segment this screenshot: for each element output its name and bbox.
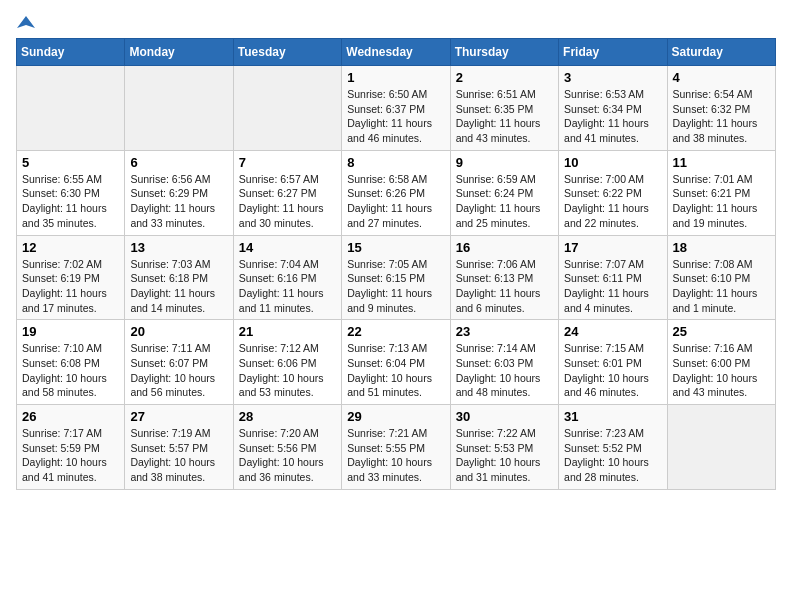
day-number: 20: [130, 324, 227, 339]
calendar-cell: 24Sunrise: 7:15 AM Sunset: 6:01 PM Dayli…: [559, 320, 667, 405]
day-info: Sunrise: 7:02 AM Sunset: 6:19 PM Dayligh…: [22, 257, 119, 316]
calendar-cell: 18Sunrise: 7:08 AM Sunset: 6:10 PM Dayli…: [667, 235, 775, 320]
day-info: Sunrise: 7:03 AM Sunset: 6:18 PM Dayligh…: [130, 257, 227, 316]
calendar-week-row: 1Sunrise: 6:50 AM Sunset: 6:37 PM Daylig…: [17, 66, 776, 151]
day-header-friday: Friday: [559, 39, 667, 66]
svg-marker-0: [17, 16, 35, 28]
day-info: Sunrise: 7:12 AM Sunset: 6:06 PM Dayligh…: [239, 341, 336, 400]
calendar-cell: [17, 66, 125, 151]
calendar-cell: 26Sunrise: 7:17 AM Sunset: 5:59 PM Dayli…: [17, 405, 125, 490]
day-info: Sunrise: 7:07 AM Sunset: 6:11 PM Dayligh…: [564, 257, 661, 316]
day-number: 26: [22, 409, 119, 424]
calendar-cell: 9Sunrise: 6:59 AM Sunset: 6:24 PM Daylig…: [450, 150, 558, 235]
day-header-wednesday: Wednesday: [342, 39, 450, 66]
calendar-week-row: 26Sunrise: 7:17 AM Sunset: 5:59 PM Dayli…: [17, 405, 776, 490]
day-number: 5: [22, 155, 119, 170]
day-number: 8: [347, 155, 444, 170]
calendar-cell: 30Sunrise: 7:22 AM Sunset: 5:53 PM Dayli…: [450, 405, 558, 490]
day-number: 25: [673, 324, 770, 339]
calendar-cell: 20Sunrise: 7:11 AM Sunset: 6:07 PM Dayli…: [125, 320, 233, 405]
day-info: Sunrise: 7:20 AM Sunset: 5:56 PM Dayligh…: [239, 426, 336, 485]
day-number: 2: [456, 70, 553, 85]
calendar-cell: 2Sunrise: 6:51 AM Sunset: 6:35 PM Daylig…: [450, 66, 558, 151]
day-info: Sunrise: 7:11 AM Sunset: 6:07 PM Dayligh…: [130, 341, 227, 400]
calendar-header-row: SundayMondayTuesdayWednesdayThursdayFrid…: [17, 39, 776, 66]
calendar-cell: [125, 66, 233, 151]
day-header-monday: Monday: [125, 39, 233, 66]
calendar-cell: [667, 405, 775, 490]
calendar-cell: 12Sunrise: 7:02 AM Sunset: 6:19 PM Dayli…: [17, 235, 125, 320]
calendar-cell: 21Sunrise: 7:12 AM Sunset: 6:06 PM Dayli…: [233, 320, 341, 405]
day-number: 24: [564, 324, 661, 339]
calendar-cell: 15Sunrise: 7:05 AM Sunset: 6:15 PM Dayli…: [342, 235, 450, 320]
day-number: 30: [456, 409, 553, 424]
day-info: Sunrise: 6:54 AM Sunset: 6:32 PM Dayligh…: [673, 87, 770, 146]
calendar-cell: 6Sunrise: 6:56 AM Sunset: 6:29 PM Daylig…: [125, 150, 233, 235]
day-number: 4: [673, 70, 770, 85]
day-header-saturday: Saturday: [667, 39, 775, 66]
header: [16, 16, 776, 28]
day-info: Sunrise: 7:01 AM Sunset: 6:21 PM Dayligh…: [673, 172, 770, 231]
calendar-cell: 10Sunrise: 7:00 AM Sunset: 6:22 PM Dayli…: [559, 150, 667, 235]
calendar-cell: 16Sunrise: 7:06 AM Sunset: 6:13 PM Dayli…: [450, 235, 558, 320]
calendar-body: 1Sunrise: 6:50 AM Sunset: 6:37 PM Daylig…: [17, 66, 776, 490]
day-info: Sunrise: 6:50 AM Sunset: 6:37 PM Dayligh…: [347, 87, 444, 146]
day-info: Sunrise: 7:19 AM Sunset: 5:57 PM Dayligh…: [130, 426, 227, 485]
day-info: Sunrise: 6:51 AM Sunset: 6:35 PM Dayligh…: [456, 87, 553, 146]
calendar-cell: 11Sunrise: 7:01 AM Sunset: 6:21 PM Dayli…: [667, 150, 775, 235]
day-number: 31: [564, 409, 661, 424]
day-info: Sunrise: 7:00 AM Sunset: 6:22 PM Dayligh…: [564, 172, 661, 231]
calendar-cell: 28Sunrise: 7:20 AM Sunset: 5:56 PM Dayli…: [233, 405, 341, 490]
day-info: Sunrise: 6:57 AM Sunset: 6:27 PM Dayligh…: [239, 172, 336, 231]
calendar-cell: 27Sunrise: 7:19 AM Sunset: 5:57 PM Dayli…: [125, 405, 233, 490]
day-number: 23: [456, 324, 553, 339]
day-info: Sunrise: 7:15 AM Sunset: 6:01 PM Dayligh…: [564, 341, 661, 400]
day-number: 16: [456, 240, 553, 255]
calendar-cell: 25Sunrise: 7:16 AM Sunset: 6:00 PM Dayli…: [667, 320, 775, 405]
calendar-cell: 1Sunrise: 6:50 AM Sunset: 6:37 PM Daylig…: [342, 66, 450, 151]
day-info: Sunrise: 7:14 AM Sunset: 6:03 PM Dayligh…: [456, 341, 553, 400]
day-number: 21: [239, 324, 336, 339]
day-number: 19: [22, 324, 119, 339]
day-header-thursday: Thursday: [450, 39, 558, 66]
day-info: Sunrise: 6:53 AM Sunset: 6:34 PM Dayligh…: [564, 87, 661, 146]
day-info: Sunrise: 7:06 AM Sunset: 6:13 PM Dayligh…: [456, 257, 553, 316]
calendar-cell: 8Sunrise: 6:58 AM Sunset: 6:26 PM Daylig…: [342, 150, 450, 235]
calendar-cell: 31Sunrise: 7:23 AM Sunset: 5:52 PM Dayli…: [559, 405, 667, 490]
calendar-cell: 29Sunrise: 7:21 AM Sunset: 5:55 PM Dayli…: [342, 405, 450, 490]
day-number: 9: [456, 155, 553, 170]
day-number: 13: [130, 240, 227, 255]
day-number: 3: [564, 70, 661, 85]
calendar-cell: 13Sunrise: 7:03 AM Sunset: 6:18 PM Dayli…: [125, 235, 233, 320]
calendar-week-row: 19Sunrise: 7:10 AM Sunset: 6:08 PM Dayli…: [17, 320, 776, 405]
day-info: Sunrise: 6:59 AM Sunset: 6:24 PM Dayligh…: [456, 172, 553, 231]
calendar-cell: 22Sunrise: 7:13 AM Sunset: 6:04 PM Dayli…: [342, 320, 450, 405]
day-info: Sunrise: 7:04 AM Sunset: 6:16 PM Dayligh…: [239, 257, 336, 316]
day-info: Sunrise: 6:58 AM Sunset: 6:26 PM Dayligh…: [347, 172, 444, 231]
day-number: 15: [347, 240, 444, 255]
calendar-week-row: 12Sunrise: 7:02 AM Sunset: 6:19 PM Dayli…: [17, 235, 776, 320]
logo: [16, 16, 35, 28]
day-number: 14: [239, 240, 336, 255]
calendar-cell: [233, 66, 341, 151]
calendar-cell: 7Sunrise: 6:57 AM Sunset: 6:27 PM Daylig…: [233, 150, 341, 235]
day-info: Sunrise: 7:05 AM Sunset: 6:15 PM Dayligh…: [347, 257, 444, 316]
day-number: 27: [130, 409, 227, 424]
day-number: 22: [347, 324, 444, 339]
day-info: Sunrise: 6:55 AM Sunset: 6:30 PM Dayligh…: [22, 172, 119, 231]
calendar-cell: 19Sunrise: 7:10 AM Sunset: 6:08 PM Dayli…: [17, 320, 125, 405]
day-info: Sunrise: 7:22 AM Sunset: 5:53 PM Dayligh…: [456, 426, 553, 485]
calendar-cell: 17Sunrise: 7:07 AM Sunset: 6:11 PM Dayli…: [559, 235, 667, 320]
day-info: Sunrise: 7:16 AM Sunset: 6:00 PM Dayligh…: [673, 341, 770, 400]
day-number: 6: [130, 155, 227, 170]
day-info: Sunrise: 7:23 AM Sunset: 5:52 PM Dayligh…: [564, 426, 661, 485]
day-number: 1: [347, 70, 444, 85]
calendar-cell: 23Sunrise: 7:14 AM Sunset: 6:03 PM Dayli…: [450, 320, 558, 405]
logo-bird-icon: [17, 14, 35, 32]
day-number: 18: [673, 240, 770, 255]
day-number: 29: [347, 409, 444, 424]
day-info: Sunrise: 7:10 AM Sunset: 6:08 PM Dayligh…: [22, 341, 119, 400]
calendar-table: SundayMondayTuesdayWednesdayThursdayFrid…: [16, 38, 776, 490]
calendar-week-row: 5Sunrise: 6:55 AM Sunset: 6:30 PM Daylig…: [17, 150, 776, 235]
day-info: Sunrise: 7:17 AM Sunset: 5:59 PM Dayligh…: [22, 426, 119, 485]
